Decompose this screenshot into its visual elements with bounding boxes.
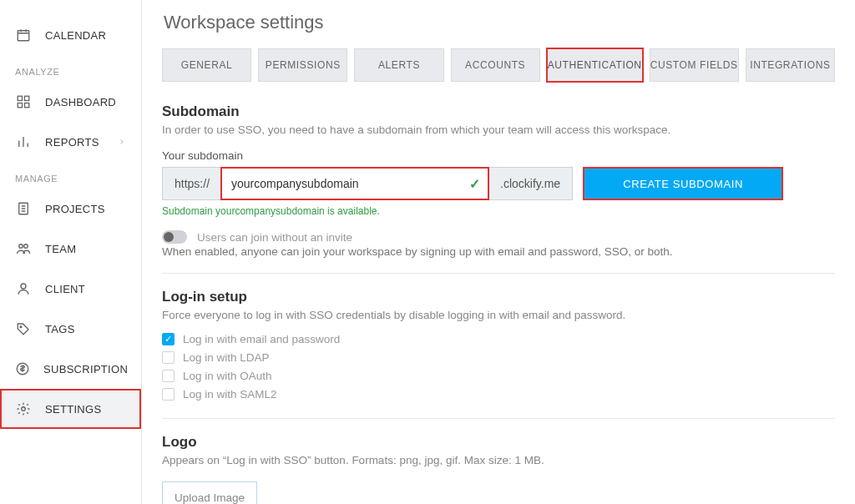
tab-authentication[interactable]: AUTHENTICATION [547, 48, 643, 82]
login-option-label: Log in with email and password [183, 333, 340, 345]
svg-rect-1 [18, 96, 22, 100]
client-icon [15, 280, 32, 297]
invite-toggle-desc: When enabled, anyone can join your works… [162, 245, 835, 258]
team-icon [15, 240, 32, 257]
divider [162, 273, 835, 274]
logo-heading: Logo [162, 434, 835, 451]
sidebar-item-dashboard[interactable]: DASHBOARD [0, 82, 141, 122]
chevron-right-icon [118, 138, 126, 146]
check-icon: ✓ [469, 176, 480, 192]
tab-general[interactable]: GENERAL [162, 48, 251, 82]
tab-permissions[interactable]: PERMISSIONS [258, 48, 347, 82]
sidebar-item-team[interactable]: TEAM [0, 229, 141, 269]
subdomain-desc: In order to use SSO, you need to have a … [162, 123, 835, 136]
subdomain-input-group: https:// ✓ .clockify.me [162, 167, 573, 200]
sidebar-label: REPORTS [45, 136, 99, 149]
login-option-label: Log in with SAML2 [183, 388, 277, 401]
checkbox-icon [162, 351, 175, 364]
svg-point-11 [22, 407, 26, 411]
subdomain-row: https:// ✓ .clockify.me CREATE SUBDOMAIN [162, 167, 835, 200]
sidebar-label: SETTINGS [45, 403, 101, 416]
logo-desc: Appears on “Log in with SSO” button. For… [162, 454, 835, 466]
svg-rect-0 [18, 31, 29, 41]
dashboard-icon [15, 93, 32, 110]
svg-point-7 [24, 244, 28, 249]
sidebar-item-calendar[interactable]: CALENDAR [0, 15, 141, 55]
projects-icon [15, 200, 32, 217]
sidebar-item-projects[interactable]: PROJECTS [0, 189, 141, 229]
sidebar-item-tags[interactable]: TAGS [0, 309, 141, 349]
subdomain-heading: Subdomain [162, 103, 835, 120]
tab-alerts[interactable]: ALERTS [354, 48, 443, 82]
login-option-label: Log in with OAuth [183, 370, 272, 382]
checkbox-icon [162, 388, 175, 401]
invite-toggle[interactable] [162, 230, 187, 244]
subdomain-input[interactable] [221, 168, 488, 199]
sidebar-label: SUBSCRIPTION [43, 363, 128, 375]
svg-rect-2 [25, 96, 29, 100]
tag-icon [15, 320, 32, 337]
create-subdomain-button[interactable]: CREATE SUBDOMAIN [583, 167, 783, 200]
svg-rect-3 [18, 103, 22, 108]
login-desc: Force everyone to log in with SSO creden… [162, 309, 835, 321]
login-option-oauth[interactable]: Log in with OAuth [162, 366, 835, 385]
calendar-icon [15, 27, 32, 43]
sidebar-item-reports[interactable]: REPORTS [0, 122, 141, 162]
subdomain-prefix: https:// [163, 168, 221, 199]
svg-point-9 [20, 326, 22, 328]
subdomain-field-label: Your subdomain [162, 149, 835, 162]
tabs: GENERAL PERMISSIONS ALERTS ACCOUNTS AUTH… [162, 48, 835, 82]
sidebar-item-subscription[interactable]: SUBSCRIPTION [0, 349, 141, 389]
sidebar-section-analyze: ANALYZE [0, 55, 141, 82]
subscription-icon [15, 360, 30, 377]
upload-image-button[interactable]: Upload Image [162, 481, 257, 504]
sidebar-label: CALENDAR [45, 29, 106, 42]
checkbox-icon [162, 370, 175, 382]
sidebar-label: CLIENT [45, 283, 85, 295]
sidebar-item-client[interactable]: CLIENT [0, 269, 141, 309]
sidebar-section-manage: MANAGE [0, 162, 141, 189]
login-option-ldap[interactable]: Log in with LDAP [162, 348, 835, 366]
checkbox-icon: ✓ [162, 333, 175, 345]
sidebar-label: TEAM [45, 243, 76, 255]
tab-custom-fields[interactable]: CUSTOM FIELDS [650, 48, 739, 82]
login-option-label: Log in with LDAP [183, 351, 270, 364]
svg-point-6 [19, 244, 23, 249]
tab-accounts[interactable]: ACCOUNTS [451, 48, 540, 82]
login-heading: Log-in setup [162, 289, 835, 305]
tab-integrations[interactable]: INTEGRATIONS [746, 48, 835, 82]
subdomain-available-msg: Subdomain yourcompanysubdomain is availa… [162, 205, 835, 217]
divider [162, 418, 835, 419]
sidebar: CALENDAR ANALYZE DASHBOARD REPORTS MANAG… [0, 0, 142, 504]
page-title: Workspace settings [164, 12, 835, 33]
reports-icon [15, 134, 32, 150]
sidebar-label: PROJECTS [45, 203, 105, 215]
login-option-saml2[interactable]: Log in with SAML2 [162, 385, 835, 403]
sidebar-item-settings[interactable]: SETTINGS [0, 389, 141, 429]
invite-toggle-row: Users can join without an invite [162, 230, 835, 244]
gear-icon [15, 401, 32, 417]
subdomain-suffix: .clockify.me [488, 168, 572, 199]
login-option-email[interactable]: ✓ Log in with email and password [162, 330, 835, 348]
login-options: ✓ Log in with email and password Log in … [162, 330, 835, 403]
invite-toggle-label: Users can join without an invite [197, 231, 352, 244]
svg-rect-4 [25, 103, 29, 108]
subdomain-input-wrap: ✓ [221, 168, 488, 199]
main-content: Workspace settings GENERAL PERMISSIONS A… [142, 0, 855, 504]
sidebar-label: TAGS [45, 323, 75, 335]
svg-point-8 [21, 284, 26, 289]
sidebar-label: DASHBOARD [45, 96, 116, 108]
